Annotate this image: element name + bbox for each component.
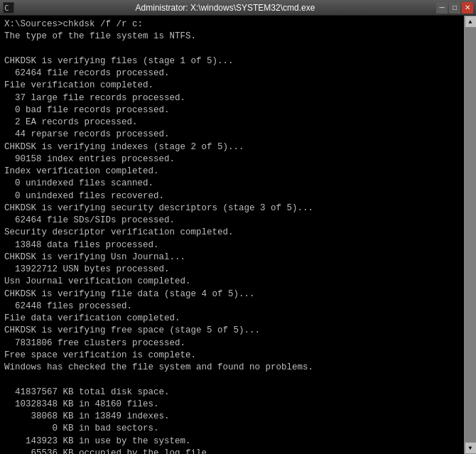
terminal-wrapper: X:\Sources>chkdsk /f /r c: The type of t…: [0, 16, 476, 454]
window-controls: ─ □ ✕: [436, 2, 473, 13]
titlebar: C Administrator: X:\windows\SYSTEM32\cmd…: [0, 0, 476, 16]
terminal-output: X:\Sources>chkdsk /f /r c: The type of t…: [0, 16, 464, 454]
scroll-up-button[interactable]: ▲: [465, 16, 477, 28]
minimize-button[interactable]: ─: [436, 2, 448, 13]
svg-text:C: C: [4, 4, 9, 13]
restore-button[interactable]: □: [449, 2, 460, 13]
titlebar-left: C: [3, 2, 14, 13]
scrollbar-thumb[interactable]: [465, 28, 476, 442]
app-icon: C: [3, 2, 14, 13]
scrollbar[interactable]: ▲ ▼: [464, 16, 476, 454]
scroll-down-button[interactable]: ▼: [465, 442, 477, 454]
close-button[interactable]: ✕: [462, 2, 473, 13]
window-title: Administrator: X:\windows\SYSTEM32\cmd.e…: [14, 3, 436, 13]
